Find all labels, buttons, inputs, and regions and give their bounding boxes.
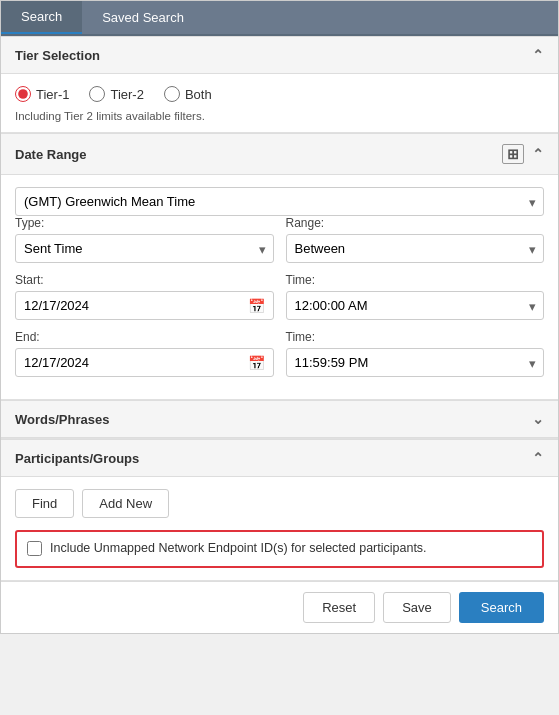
start-date-input[interactable]: [16, 292, 240, 319]
participants-chevron-icon[interactable]: ⌃: [532, 450, 544, 466]
type-select-wrapper: Sent Time Received Time: [15, 234, 274, 263]
footer: Reset Save Search: [1, 581, 558, 633]
type-group: Type: Sent Time Received Time: [15, 216, 274, 263]
tier-options: Tier-1 Tier-2 Both: [15, 86, 544, 102]
both-label: Both: [185, 87, 212, 102]
timezone-wrapper: (GMT) Greenwich Mean Time (GMT-5) Easter…: [15, 187, 544, 216]
tab-saved-search[interactable]: Saved Search: [82, 1, 204, 34]
main-container: Search Saved Search Tier Selection ⌃ Tie…: [0, 0, 559, 634]
start-time-select-wrapper: 12:00:00 AM 01:00:00 AM 06:00:00 AM: [286, 291, 545, 320]
type-select[interactable]: Sent Time Received Time: [15, 234, 274, 263]
type-label: Type:: [15, 216, 274, 230]
end-group: End: 📅: [15, 330, 274, 377]
include-unmapped-checkbox[interactable]: [27, 541, 42, 556]
end-date-input[interactable]: [16, 349, 240, 376]
add-new-button[interactable]: Add New: [82, 489, 169, 518]
end-time-select[interactable]: 11:59:59 PM 06:00:00 PM 12:00:00 PM: [286, 348, 545, 377]
save-button[interactable]: Save: [383, 592, 451, 623]
end-time-group: Time: 11:59:59 PM 06:00:00 PM 12:00:00 P…: [286, 330, 545, 377]
scroll-content: Tier Selection ⌃ Tier-1 Tier-2 Both Incl…: [1, 36, 558, 581]
include-unmapped-row: Include Unmapped Network Endpoint ID(s) …: [15, 530, 544, 568]
end-time-label: Time:: [286, 330, 545, 344]
words-phrases-section: Words/Phrases ⌄: [1, 400, 558, 439]
participants-section: Participants/Groups ⌃ Find Add New Inclu…: [1, 439, 558, 581]
both-option[interactable]: Both: [164, 86, 212, 102]
tier-note: Including Tier 2 limits available filter…: [15, 110, 544, 122]
date-range-body: (GMT) Greenwich Mean Time (GMT-5) Easter…: [1, 175, 558, 400]
range-select-wrapper: Between Before After: [286, 234, 545, 263]
tab-search[interactable]: Search: [1, 1, 82, 34]
words-phrases-chevron-icon[interactable]: ⌄: [532, 411, 544, 427]
tier2-radio[interactable]: [89, 86, 105, 102]
participants-title: Participants/Groups: [15, 451, 139, 466]
start-group: Start: 📅: [15, 273, 274, 320]
tier-selection-body: Tier-1 Tier-2 Both Including Tier 2 limi…: [1, 74, 558, 133]
tier-selection-chevron-icon[interactable]: ⌃: [532, 47, 544, 63]
tier2-label: Tier-2: [110, 87, 143, 102]
end-time-select-wrapper: 11:59:59 PM 06:00:00 PM 12:00:00 PM: [286, 348, 545, 377]
date-range-icons: ⊞ ⌃: [502, 144, 544, 164]
end-date-input-wrapper: 📅: [15, 348, 274, 377]
start-row: Start: 📅 Time: 12:00:00 AM 01:00:00 AM 0…: [15, 273, 544, 320]
date-range-chevron-icon[interactable]: ⌃: [532, 146, 544, 162]
start-date-input-wrapper: 📅: [15, 291, 274, 320]
range-select[interactable]: Between Before After: [286, 234, 545, 263]
include-unmapped-label: Include Unmapped Network Endpoint ID(s) …: [50, 540, 427, 558]
participants-header: Participants/Groups ⌃: [1, 439, 558, 477]
range-label: Range:: [286, 216, 545, 230]
words-phrases-title: Words/Phrases: [15, 412, 109, 427]
words-phrases-header: Words/Phrases ⌄: [1, 400, 558, 438]
tier-selection-title: Tier Selection: [15, 48, 100, 63]
end-row: End: 📅 Time: 11:59:59 PM 06:00:00 PM 12:…: [15, 330, 544, 377]
search-button[interactable]: Search: [459, 592, 544, 623]
start-calendar-icon[interactable]: 📅: [240, 298, 273, 314]
reset-button[interactable]: Reset: [303, 592, 375, 623]
end-label: End:: [15, 330, 274, 344]
both-radio[interactable]: [164, 86, 180, 102]
find-button[interactable]: Find: [15, 489, 74, 518]
timezone-select[interactable]: (GMT) Greenwich Mean Time (GMT-5) Easter…: [15, 187, 544, 216]
participants-buttons: Find Add New: [15, 489, 544, 518]
date-range-title: Date Range: [15, 147, 87, 162]
start-time-group: Time: 12:00:00 AM 01:00:00 AM 06:00:00 A…: [286, 273, 545, 320]
range-group: Range: Between Before After: [286, 216, 545, 263]
participants-body: Find Add New Include Unmapped Network En…: [1, 477, 558, 580]
start-label: Start:: [15, 273, 274, 287]
tier1-option[interactable]: Tier-1: [15, 86, 69, 102]
end-calendar-icon[interactable]: 📅: [240, 355, 273, 371]
start-time-label: Time:: [286, 273, 545, 287]
tier1-label: Tier-1: [36, 87, 69, 102]
type-range-row: Type: Sent Time Received Time Range: Bet…: [15, 216, 544, 263]
tier2-option[interactable]: Tier-2: [89, 86, 143, 102]
tier-selection-header: Tier Selection ⌃: [1, 36, 558, 74]
tab-bar: Search Saved Search: [1, 1, 558, 36]
date-range-add-icon[interactable]: ⊞: [502, 144, 524, 164]
tier1-radio[interactable]: [15, 86, 31, 102]
start-time-select[interactable]: 12:00:00 AM 01:00:00 AM 06:00:00 AM: [286, 291, 545, 320]
date-range-header: Date Range ⊞ ⌃: [1, 133, 558, 175]
